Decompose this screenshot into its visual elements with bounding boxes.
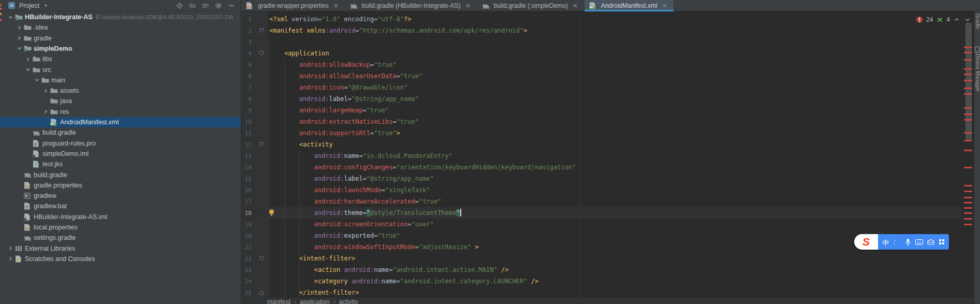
- tree-item-hbuilder-integrate-as[interactable]: HBuilder-Integrate-ASE:\webrtc\Android-S…: [0, 12, 241, 22]
- tab-build-gradle-simpledemo[interactable]: build.gradle (:simpleDemo): [477, 0, 584, 11]
- code-line-17[interactable]: 17 android:hardwareAccelerated="true": [241, 196, 961, 207]
- collapse-all-icon[interactable]: [201, 2, 210, 10]
- code-line-14[interactable]: 14 android:configChanges="orientation|ke…: [241, 162, 961, 173]
- ime-chinese-mode-button[interactable]: 中: [882, 237, 889, 247]
- line-number: 11: [241, 130, 252, 137]
- tree-item-test-jks[interactable]: ?test.jks: [0, 159, 241, 169]
- code-line-1[interactable]: 1<?xml version="1.0" encoding="utf-8"?>: [241, 13, 961, 25]
- breadcrumb-item-application[interactable]: application: [300, 298, 329, 304]
- tree-item-assets[interactable]: assets: [0, 85, 241, 96]
- chevron-right-icon[interactable]: [6, 256, 15, 262]
- tree-item-local-properties[interactable]: local.properties: [0, 222, 241, 233]
- code-line-25[interactable]: 25 </intent-filter>: [241, 287, 961, 298]
- close-tab-icon[interactable]: [332, 2, 340, 10]
- code-line-23[interactable]: 23 <action android:name="android.intent.…: [241, 264, 961, 276]
- chevron-right-icon[interactable]: [24, 56, 33, 62]
- tree-item-res[interactable]: res: [0, 107, 241, 117]
- tree-item-main[interactable]: main: [0, 75, 241, 85]
- code-editor[interactable]: 1<?xml version="1.0" encoding="utf-8"?>2…: [241, 11, 961, 298]
- expand-all-icon[interactable]: [188, 2, 197, 10]
- code-line-22[interactable]: 22 <intent-filter>: [241, 253, 961, 264]
- prev-error-icon[interactable]: [953, 16, 961, 24]
- code-line-24[interactable]: 24 <category android:name="android.inten…: [241, 276, 961, 287]
- tree-item-external-libraries[interactable]: External Libraries: [0, 243, 241, 254]
- tree-item-proguard-rules-pro[interactable]: proguard-rules.pro: [0, 138, 241, 149]
- target-icon[interactable]: [175, 2, 184, 10]
- tree-item-idea[interactable]: .idea: [0, 22, 241, 33]
- code-line-19[interactable]: 19 android:screenOrientation="user": [241, 219, 961, 230]
- tree-item-gradle-properties[interactable]: gradle.properties: [0, 180, 241, 191]
- fold-marker-icon[interactable]: [252, 28, 267, 33]
- chevron-down-icon[interactable]: [33, 77, 41, 83]
- breadcrumb-item-manifest[interactable]: manifest: [267, 298, 290, 304]
- tree-item-src[interactable]: src: [0, 65, 241, 75]
- tab-build-gradle-hbuilder-integrate-as[interactable]: build.gradle (HBuilder-Integrate-AS): [345, 0, 477, 11]
- tree-item-simpledemo[interactable]: simpleDemo: [0, 44, 241, 54]
- tree-item-gradlew-bat[interactable]: gradlew.bat: [0, 201, 241, 211]
- ime-toolbox-icon[interactable]: [927, 239, 934, 245]
- code-line-18[interactable]: 18 android:theme="@style/TranslucentThem…: [241, 207, 961, 219]
- ime-grid-icon[interactable]: [939, 239, 945, 245]
- intention-bulb-icon[interactable]: [268, 209, 275, 219]
- fold-marker-icon[interactable]: [252, 51, 267, 56]
- tree-item-androidmanifest-xml[interactable]: MFAndroidManifest.xml: [0, 117, 241, 127]
- line-number: 8: [241, 96, 252, 103]
- tree-item-scratches-and-consoles[interactable]: Scratches and Consoles: [0, 254, 241, 264]
- project-tree[interactable]: HBuilder-Integrate-ASE:\webrtc\Android-S…: [0, 0, 241, 304]
- close-tab-icon[interactable]: [464, 2, 472, 10]
- code-line-12[interactable]: 12 <activity: [241, 139, 961, 150]
- gear-icon[interactable]: [214, 2, 223, 10]
- close-tab-icon[interactable]: [661, 2, 669, 10]
- code-line-20[interactable]: 20 android:exported="true": [241, 230, 961, 241]
- hide-icon[interactable]: [227, 2, 236, 10]
- ime-punctuation-icon[interactable]: ;’: [893, 239, 901, 245]
- tree-item-libs[interactable]: libs: [0, 54, 241, 64]
- tree-item-gradlew[interactable]: gradlew: [0, 191, 241, 201]
- chevron-down-icon[interactable]: [15, 46, 24, 51]
- chevron-right-icon[interactable]: [15, 25, 24, 31]
- ime-toolbar[interactable]: S 中;’: [854, 234, 949, 250]
- chevron-down-icon[interactable]: [24, 67, 33, 73]
- code-line-6[interactable]: 6 android:allowClearUserData="true": [241, 70, 961, 82]
- code-line-9[interactable]: 9 android:largeHeap="true": [241, 105, 961, 116]
- tree-item-simpledemo-iml[interactable]: simpleDemo.iml: [0, 149, 241, 159]
- chevron-right-icon[interactable]: [41, 109, 50, 114]
- tree-item-build-gradle[interactable]: build.gradle: [0, 127, 241, 138]
- tree-item-settings-gradle[interactable]: settings.gradle: [0, 233, 241, 243]
- code-line-16[interactable]: 16 android:launchMode="singleTask": [241, 184, 961, 196]
- ime-logo-area[interactable]: S: [854, 234, 878, 250]
- chevron-down-icon[interactable]: [6, 15, 15, 20]
- code-line-5[interactable]: 5 android:allowBackup="true": [241, 59, 961, 70]
- code-line-2[interactable]: 2<manifest xmlns:android="http://schemas…: [241, 25, 961, 36]
- tree-item-build-gradle[interactable]: build.gradle: [0, 170, 241, 180]
- chevron-right-icon[interactable]: [41, 88, 50, 94]
- ime-mic-icon[interactable]: [905, 238, 911, 245]
- tool-window-button-device-manager[interactable]: Device Manager: [975, 54, 980, 92]
- scrollbar-thumb[interactable]: [966, 23, 972, 140]
- fold-marker-icon[interactable]: [252, 256, 267, 261]
- code-line-21[interactable]: 21 android:windowSoftInputMode="adjustRe…: [241, 241, 961, 253]
- chevron-right-icon[interactable]: [15, 35, 24, 41]
- ime-keyboard-icon[interactable]: [915, 239, 923, 245]
- code-line-8[interactable]: 8 android:label="@string/app_name": [241, 93, 961, 105]
- tab-gradle-wrapper-properties[interactable]: gradle-wrapper.properties: [241, 0, 345, 11]
- fold-marker-icon[interactable]: [252, 142, 267, 147]
- code-line-15[interactable]: 15 android:label="@string/app_name": [241, 173, 961, 184]
- breadcrumb-item-activity[interactable]: activity: [339, 298, 358, 304]
- tree-item-java[interactable]: java: [0, 96, 241, 106]
- code-line-7[interactable]: 7 android:icon="@drawable/icon": [241, 82, 961, 93]
- tab-androidmanifest-xml[interactable]: MFAndroidManifest.xml: [584, 0, 674, 11]
- code-line-13[interactable]: 13 android:name="io.dcloud.PandoraEntry": [241, 150, 961, 162]
- code-line-10[interactable]: 10 android:extractNativeLibs="true": [241, 116, 961, 127]
- fold-marker-icon[interactable]: [252, 290, 267, 295]
- code-line-4[interactable]: 4 <application: [241, 48, 961, 59]
- code-line-11[interactable]: 11 android:supportsRtl="true">: [241, 127, 961, 139]
- tree-item-hbuilder-integrate-as-iml[interactable]: HBuilder-Integrate-AS.iml: [0, 212, 241, 222]
- tool-window-button-gradle[interactable]: Gradle: [975, 13, 980, 29]
- tree-item-gradle[interactable]: gradle: [0, 33, 241, 44]
- chevron-down-icon[interactable]: [42, 2, 50, 10]
- code-line-3[interactable]: 3: [241, 36, 961, 48]
- close-tab-icon[interactable]: [571, 2, 579, 10]
- project-panel-title[interactable]: Project: [19, 2, 39, 9]
- chevron-right-icon[interactable]: [6, 245, 15, 251]
